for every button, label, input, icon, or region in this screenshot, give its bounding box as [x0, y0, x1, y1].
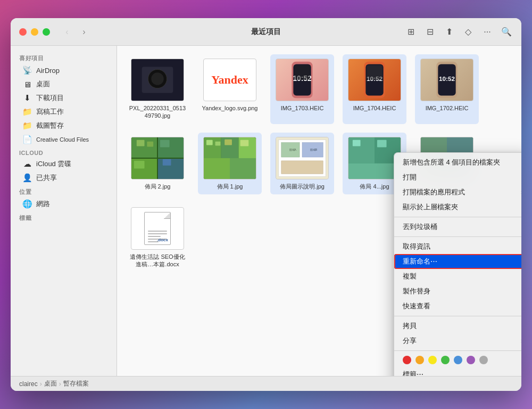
- color-dot-gray[interactable]: [479, 356, 488, 364]
- tags-section-title: 標籤: [11, 211, 117, 223]
- sidebar-item-shared[interactable]: 👤 已共享: [14, 171, 113, 185]
- svg-rect-35: [225, 139, 232, 145]
- file-thumbnail: 10:52: [420, 59, 473, 101]
- doc-icon: .docx: [144, 212, 171, 245]
- file-item[interactable]: PXL_20220331_051349790.jpg: [126, 54, 189, 124]
- ctx-rename[interactable]: 重新命名⋯: [394, 254, 521, 269]
- window-title: 最近項目: [251, 27, 281, 37]
- sidebar-item-icloud-drive[interactable]: ☁ iCloud 雲碟: [14, 157, 113, 171]
- file-item[interactable]: .docx 遺傳生活誌 SEO優化進稿…本篇.docx: [126, 203, 189, 273]
- ctx-item-label: 製作替身: [403, 287, 430, 296]
- desktop-icon: 🖥: [22, 80, 32, 89]
- breadcrumb-folder[interactable]: 暫存檔案: [63, 379, 89, 388]
- ctx-tags[interactable]: 標籤⋯: [394, 367, 521, 376]
- back-button[interactable]: ‹: [61, 26, 73, 38]
- breadcrumb-desktop[interactable]: 桌面: [44, 379, 57, 388]
- ctx-get-info[interactable]: 取得資訊: [394, 239, 521, 254]
- sidebar-item-downloads[interactable]: ⬇ 下載項目: [14, 91, 113, 105]
- file-name: Yandex_logo.svg.png: [202, 104, 258, 112]
- color-dot-blue[interactable]: [454, 356, 462, 364]
- ctx-color-tags: [394, 353, 521, 367]
- sidebar-item-creative-cloud[interactable]: 📄 Creative Cloud Files: [14, 133, 113, 146]
- file-thumbnail: [131, 59, 184, 101]
- svg-rect-33: [206, 140, 213, 145]
- ctx-open[interactable]: 打開: [394, 170, 521, 185]
- ctx-show-enclosing[interactable]: 顯示於上層檔案夾: [394, 200, 521, 215]
- file-item[interactable]: 佈局 2.jpg: [126, 133, 189, 194]
- color-dot-red[interactable]: [403, 356, 411, 364]
- view-grid-icon[interactable]: ⊞: [404, 26, 417, 38]
- ctx-item-label: 分享: [403, 336, 417, 346]
- ctx-trash[interactable]: 丟到垃圾桶: [394, 219, 521, 234]
- breadcrumb-home[interactable]: clairec: [19, 380, 38, 388]
- file-area[interactable]: PXL_20220331_051349790.jpg Yandex Yandex…: [117, 46, 521, 376]
- shared-icon: 👤: [22, 173, 32, 183]
- search-icon[interactable]: 🔍: [500, 26, 513, 38]
- file-thumbnail: 區域A 區域B: [276, 137, 329, 179]
- svg-text:區域B: 區域B: [310, 148, 317, 151]
- svg-rect-48: [353, 140, 361, 146]
- sidebar-item-writing[interactable]: 📁 寫稿工作: [14, 105, 113, 119]
- svg-rect-32: [230, 158, 256, 179]
- ctx-item-label: 複製: [403, 272, 417, 281]
- color-dot-orange[interactable]: [415, 356, 424, 364]
- screenshots-folder-icon: 📁: [22, 121, 32, 130]
- breadcrumb-sep: ›: [59, 380, 61, 388]
- share-icon[interactable]: ⬆: [443, 26, 455, 38]
- finder-window: ‹ › 最近項目 ⊞ ⊟ ⬆ ◇ ··· 🔍 喜好項目 📡 AirDrop 🖥 …: [11, 18, 521, 391]
- toolbar-actions: ⊞ ⊟ ⬆ ◇ ··· 🔍: [404, 26, 513, 38]
- ctx-share[interactable]: 分享 ›: [394, 333, 521, 348]
- file-item[interactable]: 10:52 IMG_1703.HEIC: [270, 54, 334, 124]
- file-thumbnail: 10:52: [348, 59, 401, 101]
- file-item[interactable]: Yandex Yandex_logo.svg.png: [198, 54, 262, 124]
- forward-button[interactable]: ›: [78, 26, 90, 38]
- file-name: 佈局圖示說明.jpg: [280, 183, 325, 190]
- color-dot-green[interactable]: [441, 356, 450, 364]
- writing-folder-icon: 📁: [22, 107, 32, 117]
- svg-rect-23: [147, 141, 153, 146]
- color-dot-yellow[interactable]: [428, 356, 437, 364]
- network-icon: 🌐: [22, 199, 32, 209]
- ctx-divider: [394, 316, 521, 316]
- close-button[interactable]: [19, 28, 27, 36]
- sidebar-item-screenshots[interactable]: 📁 截圖暫存: [14, 119, 113, 133]
- minimize-button[interactable]: [31, 28, 38, 36]
- file-thumbnail: [203, 137, 256, 179]
- icloud-section-title: iCloud: [11, 146, 117, 157]
- ctx-item-label: 標籤⋯: [403, 370, 423, 376]
- svg-rect-34: [215, 141, 221, 145]
- svg-rect-47: [348, 163, 401, 178]
- sidebar-item-label: 下載項目: [36, 93, 64, 103]
- ctx-make-alias[interactable]: 製作替身: [394, 284, 521, 299]
- ctx-item-label: 打開: [403, 173, 417, 182]
- ctx-item-label: 取得資訊: [403, 242, 430, 251]
- ctx-open-with[interactable]: 打開檔案的應用程式 ›: [394, 185, 521, 200]
- sidebar-item-desktop[interactable]: 🖥 桌面: [14, 77, 113, 91]
- sidebar-item-network[interactable]: 🌐 網路: [14, 197, 113, 211]
- file-thumbnail: [131, 137, 184, 179]
- tag-icon[interactable]: ◇: [462, 26, 475, 38]
- svg-point-3: [151, 72, 164, 85]
- svg-rect-31: [204, 158, 230, 179]
- ctx-item-label: 新增包含所選 4 個項目的檔案夾: [403, 158, 500, 167]
- ctx-copy[interactable]: 拷貝: [394, 318, 521, 333]
- more-icon[interactable]: ···: [481, 26, 494, 38]
- submenu-arrow-icon: ›: [521, 337, 521, 345]
- sidebar-item-label: 桌面: [36, 79, 50, 89]
- file-item[interactable]: 區域A 區域B 佈局圖示說明.jpg: [270, 133, 334, 194]
- file-name: IMG_1704.HEIC: [353, 104, 396, 112]
- ctx-duplicate[interactable]: 複製: [394, 269, 521, 284]
- submenu-arrow-icon: ›: [521, 189, 521, 196]
- svg-rect-11: [367, 66, 382, 80]
- file-item[interactable]: 10:52 IMG_1704.HEIC: [343, 54, 406, 124]
- view-options-icon[interactable]: ⊟: [423, 26, 436, 38]
- file-item[interactable]: 佈局 1.jpg: [198, 133, 262, 194]
- svg-rect-49: [377, 140, 387, 147]
- maximize-button[interactable]: [43, 28, 50, 36]
- file-item[interactable]: 10:52 IMG_1702.HEIC: [415, 54, 479, 124]
- ctx-quick-look[interactable]: 快速查看: [394, 299, 521, 314]
- airdrop-icon: 📡: [22, 66, 32, 75]
- color-dot-purple[interactable]: [467, 356, 475, 364]
- ctx-new-folder[interactable]: 新增包含所選 4 個項目的檔案夾: [394, 155, 521, 170]
- sidebar-item-airdrop[interactable]: 📡 AirDrop: [14, 63, 113, 77]
